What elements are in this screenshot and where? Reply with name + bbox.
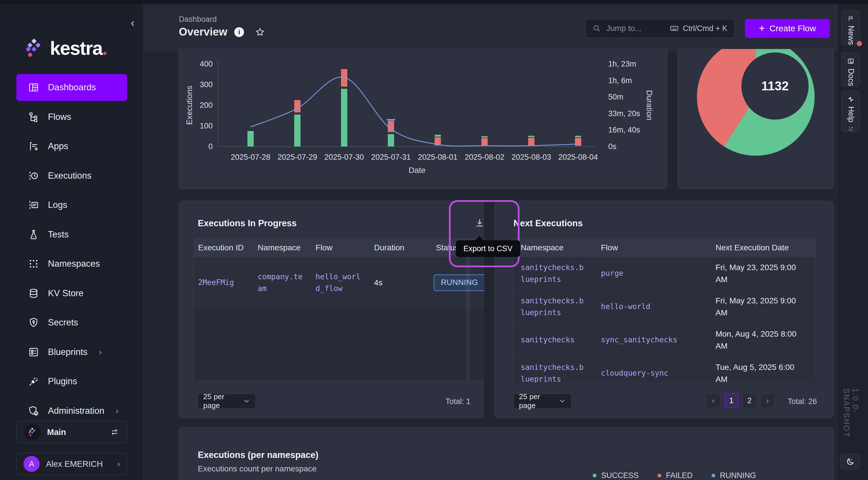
flow-link[interactable]: cloudquery-sync xyxy=(594,357,708,382)
svg-text:0: 0 xyxy=(208,142,213,151)
sidebar-item-dashboards[interactable]: Dashboards xyxy=(17,74,127,101)
per-page-select[interactable]: 25 per page xyxy=(198,394,256,409)
table-row[interactable]: sanitychecks.blueprints purge Fri, May 2… xyxy=(513,257,815,290)
column-header[interactable]: Flow xyxy=(311,239,370,256)
swap-horizontal-icon xyxy=(110,427,119,437)
panel-title: Executions (per namespace) xyxy=(198,450,318,460)
table-row[interactable]: sanitychecks.blueprints hello-world Fri,… xyxy=(513,290,815,323)
svg-text:2025-07-28: 2025-07-28 xyxy=(231,153,270,162)
keyboard-shortcut: Ctrl/Cmd + K xyxy=(670,24,727,33)
news-notification-dot xyxy=(857,41,862,46)
user-menu[interactable]: A Alex EMERICH › xyxy=(17,453,127,475)
legend-item-running[interactable]: RUNNING xyxy=(712,471,756,480)
pagination: ‹ 1 2 › xyxy=(706,393,775,408)
sidebar-item-tests[interactable]: Tests xyxy=(17,221,127,248)
sidebar-item-logs[interactable]: Logs xyxy=(17,192,127,218)
flow-link[interactable]: sync_sanitychecks xyxy=(594,323,708,356)
help-tab[interactable]: Help xyxy=(841,91,860,132)
sidebar-item-namespaces[interactable]: Namespaces xyxy=(17,250,127,277)
flow-link[interactable]: hello-world xyxy=(594,290,708,323)
svg-text:Executions: Executions xyxy=(185,86,194,125)
create-flow-button[interactable]: + Create Flow xyxy=(745,19,830,38)
sidebar-item-kv-store[interactable]: KV Store xyxy=(17,280,127,307)
theme-toggle-button[interactable] xyxy=(840,454,860,470)
table-scrollbar[interactable] xyxy=(466,257,470,380)
chevron-right-icon: › xyxy=(99,347,102,357)
namespace-link[interactable]: sanitychecks.blueprints xyxy=(513,357,594,382)
search-icon xyxy=(592,24,601,33)
per-page-select[interactable]: 25 per page xyxy=(514,394,571,409)
news-tab[interactable]: News xyxy=(841,10,860,45)
legend-item-success[interactable]: SUCCESS xyxy=(593,471,639,480)
column-header[interactable]: Duration xyxy=(370,239,419,256)
next-page-button[interactable]: › xyxy=(761,393,775,408)
chevron-down-icon xyxy=(243,398,250,405)
success-dot xyxy=(593,474,596,477)
column-header[interactable]: Flow xyxy=(593,239,708,256)
sidebar-item-blueprints[interactable]: Blueprints › xyxy=(17,339,127,366)
svg-text:200: 200 xyxy=(200,101,213,109)
duration-cell: 4s xyxy=(370,257,419,308)
docs-tab[interactable]: Docs xyxy=(841,52,860,87)
page-2-button[interactable]: 2 xyxy=(742,393,756,408)
page-title: Overview xyxy=(179,26,227,38)
right-rail: News Docs Help 1.0.0-SNAPSHOT xyxy=(837,4,868,480)
svg-text:33m, 20s: 33m, 20s xyxy=(608,109,640,118)
svg-text:2025-08-04: 2025-08-04 xyxy=(558,153,598,162)
namespace-link[interactable]: sanitychecks.blueprints xyxy=(513,257,594,290)
tenant-logo-icon xyxy=(24,424,41,440)
sidebar-collapse-button[interactable]: ‹ xyxy=(126,16,139,29)
total-count: Total: 1 xyxy=(445,397,470,406)
flow-link[interactable]: hello_world_flow xyxy=(311,257,370,308)
sidebar-item-flows[interactable]: Flows xyxy=(17,104,127,131)
column-header[interactable]: Next Execution Date xyxy=(708,239,815,256)
search-input[interactable]: Jump to... Ctrl/Cmd + K xyxy=(585,19,735,38)
plugins-icon xyxy=(28,376,39,387)
favorite-star-icon[interactable] xyxy=(255,27,265,37)
column-header[interactable]: Execution ID xyxy=(194,239,254,256)
chevron-right-icon: › xyxy=(117,459,120,469)
apps-icon xyxy=(28,140,39,152)
svg-text:2025-07-31: 2025-07-31 xyxy=(371,153,411,162)
shield-key-icon xyxy=(28,317,39,328)
namespace-link[interactable]: company.team xyxy=(254,257,312,308)
database-icon xyxy=(28,287,39,299)
date-cell: Tue, Aug 5, 2025 6:00 AM xyxy=(708,357,815,382)
sidebar-item-secrets[interactable]: Secrets xyxy=(17,309,127,336)
flow-link[interactable]: purge xyxy=(594,257,708,290)
export-tooltip: Export to CSV xyxy=(456,240,520,257)
top-header: Dashboard Overview i Jump to... Ctrl/Cmd… xyxy=(144,4,837,51)
column-header[interactable]: Namespace xyxy=(513,239,593,256)
table-row[interactable]: 2MeeFMig company.team hello_world_flow 4… xyxy=(194,257,484,309)
sidebar-item-plugins[interactable]: Plugins xyxy=(17,368,127,395)
tenant-selector[interactable]: Main xyxy=(17,421,127,444)
shield-account-icon xyxy=(28,405,39,417)
info-icon[interactable]: i xyxy=(234,27,244,37)
svg-text:2025-08-03: 2025-08-03 xyxy=(512,153,551,162)
page-1-button[interactable]: 1 xyxy=(724,393,739,408)
export-csv-icon[interactable] xyxy=(474,218,485,229)
execution-id-link[interactable]: 2MeeFMig xyxy=(194,257,254,308)
legend-item-failed[interactable]: FAILED xyxy=(658,471,693,480)
namespace-link[interactable]: sanitychecks.blueprints xyxy=(513,290,594,323)
prev-page-button[interactable]: ‹ xyxy=(706,393,720,408)
sidebar-item-administration[interactable]: Administration › xyxy=(17,398,127,424)
sidebar-item-executions[interactable]: Executions xyxy=(17,162,127,189)
executions-chart-panel: 40030020010001h, 23m1h, 6m50m33m, 20s16m… xyxy=(179,49,668,189)
table-row[interactable]: sanitychecks sync_sanitychecks Mon, Aug … xyxy=(513,323,815,357)
svg-text:400: 400 xyxy=(200,60,213,68)
column-header[interactable]: Namespace xyxy=(254,239,312,256)
namespace-link[interactable]: sanitychecks xyxy=(513,323,594,356)
status-cell: RUNNING xyxy=(419,257,484,308)
svg-text:2025-08-02: 2025-08-02 xyxy=(465,153,504,162)
kestra-logo[interactable]: kestra. xyxy=(25,36,107,60)
breadcrumb[interactable]: Dashboard xyxy=(179,15,217,24)
sidebar-item-apps[interactable]: Apps xyxy=(17,133,127,160)
svg-text:1h, 6m: 1h, 6m xyxy=(608,76,632,85)
chart-legend: SUCCESS FAILED RUNNING xyxy=(593,471,756,480)
tooltip-caret xyxy=(475,236,484,241)
running-dot xyxy=(712,474,715,477)
table-row[interactable]: sanitychecks.blueprints cloudquery-sync … xyxy=(513,357,815,382)
sidebar: ‹ kestra. Dashboards xyxy=(0,4,144,480)
executions-in-progress-panel: Executions In Progress Execution ID Name… xyxy=(179,201,484,418)
